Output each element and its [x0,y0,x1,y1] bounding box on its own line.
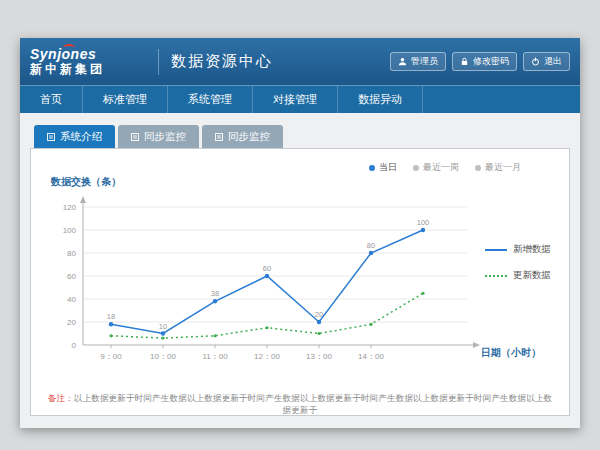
change-password-label: 修改密码 [473,55,509,68]
data-point-label: 18 [107,312,115,321]
x-tick-label: 13：00 [306,352,332,361]
tab-label: 同步监控 [144,130,186,144]
lock-icon [460,57,469,66]
data-point [109,322,113,326]
filter-dot-icon [369,165,375,171]
x-axis-arrow [473,342,480,348]
tab-icon [131,133,139,141]
change-password-button[interactable]: 修改密码 [452,52,517,71]
y-tick-label: 80 [67,249,76,258]
time-filter-legend: 当日 最近一周 最近一月 [369,161,521,174]
data-point [109,334,112,337]
nav-item-system-mgmt[interactable]: 系统管理 [168,86,253,113]
footnote-text: 以上数据更新于时间产生数据以上数据更新于时间产生数据以上数据更新于时间产生数据以… [74,393,553,415]
header-divider [158,49,159,75]
nav-item-home[interactable]: 首页 [20,86,83,113]
tab-system-intro[interactable]: 系统介绍 [34,125,115,148]
data-point [213,299,217,303]
tab-label: 同步监控 [228,130,270,144]
user-icon [398,57,407,66]
header-actions: 管理员 修改密码 退出 [390,52,570,71]
desktop-background: { "header": { "logo_text": "Synjones", "… [0,0,600,450]
chart-x-axis-title: 日期（小时） [481,346,541,360]
series-legend: 新增数据 更新数据 [485,243,551,282]
data-point [161,331,165,335]
data-point [265,274,269,278]
x-tick-label: 12：00 [254,352,280,361]
chart-container: 0204060801001209：0010：0011：0012：0013：001… [47,193,553,377]
logo: Synjones 新中新集团 [30,47,156,77]
y-tick-label: 60 [67,272,76,281]
series-line [111,293,423,338]
x-tick-label: 9：00 [100,352,122,361]
data-point [421,228,425,232]
legend-item-updated-data[interactable]: 更新数据 [485,269,551,282]
tab-sync-monitor-1[interactable]: 同步监控 [118,125,199,148]
y-tick-label: 120 [63,203,77,212]
y-tick-label: 100 [63,226,77,235]
filter-dot-icon [413,165,419,171]
filter-last-week[interactable]: 最近一周 [413,161,459,174]
y-axis-arrow [80,196,86,203]
filter-dot-icon [475,165,481,171]
logout-label: 退出 [544,55,562,68]
content-area: 系统介绍 同步监控 同步监控 当日 最近一周 [20,113,580,428]
footnote-prefix: 备注： [48,393,74,403]
data-point-label: 100 [417,218,430,227]
tab-sync-monitor-2[interactable]: 同步监控 [202,125,283,148]
filter-label: 最近一月 [485,161,521,174]
data-point [161,337,164,340]
legend-label: 更新数据 [513,269,551,282]
y-tick-label: 0 [72,341,77,350]
legend-item-new-data[interactable]: 新增数据 [485,243,551,256]
nav-item-standard-mgmt[interactable]: 标准管理 [83,86,168,113]
x-tick-label: 14：00 [358,352,384,361]
data-point [265,326,268,329]
user-button-label: 管理员 [411,55,438,68]
data-point-label: 20 [315,310,323,319]
logo-accent [63,44,75,52]
tab-bar: 系统介绍 同步监控 同步监控 [34,125,570,148]
data-point-label: 10 [159,322,167,331]
data-point [317,320,321,324]
data-point-label: 60 [263,264,271,273]
app-window: Synjones 新中新集团 数据资源中心 管理员 修改密码 [20,38,580,428]
logo-subtext: 新中新集团 [30,63,156,76]
chart-y-axis-title: 数据交换（条） [51,175,553,189]
content-panel: 当日 最近一周 最近一月 数据交换（条） 0204060801001209：00… [30,148,570,416]
main-nav: 首页 标准管理 系统管理 对接管理 数据异动 [20,85,580,113]
tab-icon [47,133,55,141]
series-line [111,230,423,334]
data-point [369,251,373,255]
data-point-label: 80 [367,241,375,250]
filter-last-month[interactable]: 最近一月 [475,161,521,174]
data-point [421,292,424,295]
nav-item-data-change[interactable]: 数据异动 [338,86,423,113]
filter-label: 当日 [379,161,397,174]
footnote: 备注：以上数据更新于时间产生数据以上数据更新于时间产生数据以上数据更新于时间产生… [47,393,553,417]
data-point [213,334,216,337]
y-tick-label: 40 [67,295,76,304]
legend-label: 新增数据 [513,243,551,256]
legend-line-sample [485,249,507,251]
x-tick-label: 11：00 [202,352,228,361]
app-header: Synjones 新中新集团 数据资源中心 管理员 修改密码 [20,38,580,85]
y-tick-label: 20 [67,318,76,327]
tab-label: 系统介绍 [60,130,102,144]
nav-item-connection-mgmt[interactable]: 对接管理 [253,86,338,113]
page-title: 数据资源中心 [171,52,273,71]
user-button[interactable]: 管理员 [390,52,446,71]
x-tick-label: 10：00 [150,352,176,361]
logo-text: Synjones [30,47,156,62]
data-point [369,323,372,326]
line-chart: 0204060801001209：0010：0011：0012：0013：001… [47,193,483,377]
tab-icon [215,133,223,141]
logout-button[interactable]: 退出 [523,52,570,71]
filter-label: 最近一周 [423,161,459,174]
data-point [317,332,320,335]
data-point-label: 38 [211,289,219,298]
filter-today[interactable]: 当日 [369,161,397,174]
power-icon [531,57,540,66]
legend-line-sample [485,275,507,277]
